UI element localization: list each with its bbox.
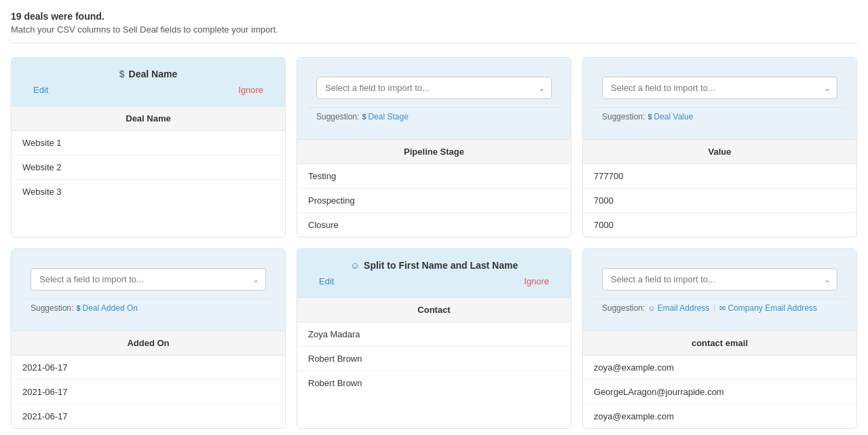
added-on-select-wrapper: Select a field to import to... ⌄ xyxy=(22,260,274,299)
contact-ignore[interactable]: Ignore xyxy=(524,276,549,286)
deal-value-suggestion-link[interactable]: $ Deal Value xyxy=(647,112,693,121)
contact-email-suggestion: Suggestion: ☺ Email Address | ✉ Company … xyxy=(594,299,846,320)
dollar-icon: $ xyxy=(647,113,652,121)
value-card: Select a field to import to... ⌄ Suggest… xyxy=(582,57,857,238)
deal-name-card: $ Deal Name Edit Ignore Deal Name Websit… xyxy=(11,57,286,238)
dollar-icon: $ xyxy=(76,304,80,312)
added-on-select-container: Select a field to import to... ⌄ xyxy=(31,268,266,290)
pipeline-select[interactable]: Select a field to import to... xyxy=(316,77,552,99)
table-row: Closure xyxy=(297,213,571,237)
deal-added-on-suggestion-link[interactable]: $ Deal Added On xyxy=(76,303,138,313)
table-row: Robert Brown xyxy=(297,371,571,395)
table-row: Testing xyxy=(297,164,571,189)
table-row: 7000 xyxy=(583,213,856,237)
added-on-card: Select a field to import to... ⌄ Suggest… xyxy=(11,248,286,429)
table-row: zoya@example.com xyxy=(583,356,856,380)
table-row: 777700 xyxy=(583,164,856,189)
deal-name-edit[interactable]: Edit xyxy=(33,85,48,95)
contact-header: ☺ Split to First Name and Last Name Edit… xyxy=(297,249,571,298)
bottom-grid: Select a field to import to... ⌄ Suggest… xyxy=(11,248,857,429)
pipeline-suggestion: Suggestion: $ Deal Stage xyxy=(308,108,560,128)
contact-email-select-container: Select a field to import to... ⌄ xyxy=(602,268,837,290)
table-row: Robert Brown xyxy=(297,347,571,371)
contact-edit[interactable]: Edit xyxy=(319,276,334,286)
added-on-table-header: Added On xyxy=(12,331,285,356)
value-select-wrapper: Select a field to import to... ⌄ xyxy=(594,69,846,108)
table-row: Website 3 xyxy=(12,180,285,204)
deal-name-title: $ Deal Name xyxy=(22,69,274,79)
table-row: Website 2 xyxy=(12,155,285,180)
deal-name-actions: Edit Ignore xyxy=(22,85,274,95)
pipeline-stage-header: Select a field to import to... ⌄ Suggest… xyxy=(297,58,571,140)
page-header: 19 deals were found. Match your CSV colu… xyxy=(11,11,857,43)
value-table-header: Value xyxy=(583,140,856,164)
value-select[interactable]: Select a field to import to... xyxy=(602,77,837,99)
table-row: GeorgeLAragon@jourrapide.com xyxy=(583,380,856,404)
suggestion-separator: | xyxy=(713,303,715,313)
page-subtitle: Match your CSV columns to Sell Deal fiel… xyxy=(11,24,857,35)
page-title: 19 deals were found. xyxy=(11,11,857,22)
pipeline-table-header: Pipeline Stage xyxy=(297,140,571,164)
deal-name-table-header: Deal Name xyxy=(12,107,285,131)
top-grid: $ Deal Name Edit Ignore Deal Name Websit… xyxy=(11,57,857,238)
table-row: Website 1 xyxy=(12,131,285,155)
pipeline-select-container: Select a field to import to... ⌄ xyxy=(316,77,552,99)
contact-table-header: Contact xyxy=(297,298,571,322)
table-row: Zoya Madara xyxy=(297,322,571,347)
deal-stage-suggestion-link[interactable]: $ Deal Stage xyxy=(362,112,409,121)
dollar-icon: $ xyxy=(362,113,366,121)
contact-email-select-wrapper: Select a field to import to... ⌄ xyxy=(594,260,846,299)
contact-email-table-header: contact email xyxy=(583,331,856,356)
person-icon: ☺ xyxy=(647,304,655,312)
table-row: 2021-06-17 xyxy=(12,380,285,404)
deal-name-ignore[interactable]: Ignore xyxy=(238,85,263,95)
email-icon: ✉ xyxy=(719,304,725,313)
table-row: 2021-06-17 xyxy=(12,356,285,380)
contact-split-title: ☺ Split to First Name and Last Name xyxy=(308,260,560,271)
contact-email-card: Select a field to import to... ⌄ Suggest… xyxy=(582,248,857,429)
table-row: Prospecting xyxy=(297,189,571,213)
value-suggestion: Suggestion: $ Deal Value xyxy=(594,108,846,128)
contact-actions: Edit Ignore xyxy=(308,276,560,286)
added-on-header: Select a field to import to... ⌄ Suggest… xyxy=(12,249,285,331)
contact-email-select[interactable]: Select a field to import to... xyxy=(602,268,837,290)
added-on-suggestion: Suggestion: $ Deal Added On xyxy=(22,299,274,320)
value-header: Select a field to import to... ⌄ Suggest… xyxy=(583,58,856,140)
table-row: 2021-06-17 xyxy=(12,404,285,428)
company-email-suggestion-link[interactable]: ✉ Company Email Address xyxy=(719,303,816,313)
value-select-container: Select a field to import to... ⌄ xyxy=(602,77,837,99)
table-row: 7000 xyxy=(583,189,856,213)
table-row: zoya@example.com xyxy=(583,404,856,428)
added-on-select[interactable]: Select a field to import to... xyxy=(31,268,266,290)
pipeline-select-wrapper: Select a field to import to... ⌄ xyxy=(308,69,560,108)
contact-email-header: Select a field to import to... ⌄ Suggest… xyxy=(583,249,856,331)
person-icon: ☺ xyxy=(350,260,360,271)
pipeline-stage-card: Select a field to import to... ⌄ Suggest… xyxy=(297,57,571,238)
deal-name-header: $ Deal Name Edit Ignore xyxy=(12,58,285,107)
contact-card: ☺ Split to First Name and Last Name Edit… xyxy=(297,248,571,429)
dollar-icon: $ xyxy=(119,69,125,79)
email-address-suggestion-link[interactable]: ☺ Email Address xyxy=(647,303,709,313)
